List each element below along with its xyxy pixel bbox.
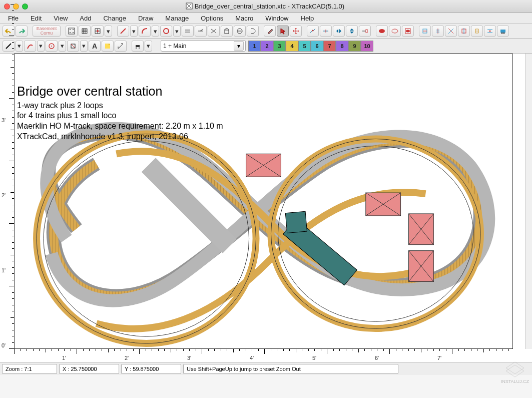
menu-window[interactable]: Window bbox=[260, 14, 293, 23]
trim-icon[interactable] bbox=[359, 26, 371, 37]
benchwork-dropdown[interactable]: ▾ bbox=[145, 41, 152, 52]
svg-rect-17 bbox=[225, 30, 229, 34]
toolbar-secondary: ▾ ▾ ▾ ▾ A ▾ 1 + Main ▾ 12345678910 bbox=[0, 39, 532, 54]
svg-rect-51 bbox=[105, 44, 110, 49]
layer-button-5[interactable]: 5 bbox=[298, 41, 311, 52]
menu-file[interactable]: File bbox=[3, 14, 24, 23]
watermark: INSTALUJ.CZ bbox=[501, 358, 529, 384]
circle-dropdown[interactable]: ▾ bbox=[173, 26, 181, 37]
svg-rect-43 bbox=[500, 30, 505, 33]
layer-buttons: 12345678910 bbox=[248, 41, 373, 52]
menu-manage[interactable]: Manage bbox=[160, 14, 194, 23]
show-grid-icon[interactable] bbox=[79, 26, 91, 37]
describe-icon[interactable] bbox=[376, 26, 388, 37]
layer-button-1[interactable]: 1 bbox=[248, 41, 261, 52]
dimension-icon[interactable] bbox=[115, 41, 127, 52]
svg-rect-68 bbox=[285, 211, 307, 233]
circle-tool-dropdown[interactable]: ▾ bbox=[59, 41, 66, 52]
split-icon[interactable] bbox=[320, 26, 332, 37]
circle-track-icon[interactable] bbox=[160, 26, 172, 37]
svg-rect-29 bbox=[405, 29, 410, 34]
status-y: Y : 59.875000 bbox=[121, 364, 181, 374]
note-tool-icon[interactable] bbox=[102, 41, 114, 52]
redo-icon[interactable] bbox=[16, 26, 28, 37]
menu-view[interactable]: View bbox=[49, 14, 73, 23]
layer-button-8[interactable]: 8 bbox=[336, 41, 348, 52]
zoom-extents-icon[interactable] bbox=[66, 26, 78, 37]
ruler-horizontal: 1'2'3'4'5'6'7' bbox=[14, 349, 513, 362]
circle-tool-icon[interactable] bbox=[46, 41, 58, 52]
structure-icon[interactable] bbox=[221, 26, 233, 37]
tool1-icon[interactable] bbox=[419, 26, 431, 37]
menu-options[interactable]: Options bbox=[196, 14, 228, 23]
tool2-icon[interactable] bbox=[432, 26, 444, 37]
layer-button-10[interactable]: 10 bbox=[361, 41, 373, 52]
menu-add[interactable]: Add bbox=[75, 14, 96, 23]
box-tool-dropdown[interactable]: ▾ bbox=[80, 41, 88, 52]
straight-dropdown[interactable]: ▾ bbox=[130, 26, 138, 37]
curve-dropdown[interactable]: ▾ bbox=[152, 26, 159, 37]
layer-button-3[interactable]: 3 bbox=[273, 41, 286, 52]
snap-grid-icon[interactable] bbox=[92, 26, 104, 37]
layer-button-6[interactable]: 6 bbox=[311, 41, 323, 52]
svg-line-9 bbox=[121, 29, 126, 34]
line-dropdown[interactable]: ▾ bbox=[16, 41, 23, 52]
svg-point-6 bbox=[70, 32, 71, 33]
menu-draw[interactable]: Draw bbox=[133, 14, 158, 23]
curve-tool-dropdown[interactable]: ▾ bbox=[37, 41, 45, 52]
svg-line-37 bbox=[448, 29, 453, 34]
easement-button[interactable]: Easement Cornu bbox=[33, 26, 61, 37]
layer-button-4[interactable]: 4 bbox=[286, 41, 298, 52]
svg-rect-49 bbox=[71, 44, 75, 48]
svg-point-7 bbox=[73, 32, 74, 33]
menu-change[interactable]: Change bbox=[98, 14, 131, 23]
join-icon[interactable] bbox=[307, 26, 319, 37]
menu-edit[interactable]: Edit bbox=[26, 14, 47, 23]
straight-track-icon[interactable] bbox=[117, 26, 129, 37]
benchwork-icon[interactable] bbox=[132, 41, 144, 52]
layer-button-9[interactable]: 9 bbox=[348, 41, 361, 52]
box-tool-icon[interactable] bbox=[67, 41, 79, 52]
menu-bar: File Edit View Add Change Draw Manage Op… bbox=[0, 13, 532, 24]
menu-help[interactable]: Help bbox=[296, 14, 319, 23]
drawing-subtitle-1: 1-way track plus 2 loops bbox=[17, 101, 223, 111]
svg-line-36 bbox=[448, 29, 453, 34]
tool4-icon[interactable] bbox=[458, 26, 470, 37]
handlaid-turnout-icon[interactable] bbox=[208, 26, 220, 37]
modify-icon[interactable] bbox=[264, 26, 276, 37]
select-icon[interactable] bbox=[277, 26, 289, 37]
status-bar: Zoom : 7:1 X : 25.750000 Y : 59.875000 U… bbox=[0, 362, 532, 375]
turnout-icon[interactable] bbox=[195, 26, 207, 37]
svg-point-42 bbox=[489, 31, 491, 32]
move-icon[interactable] bbox=[290, 26, 302, 37]
maximize-icon[interactable] bbox=[22, 4, 28, 10]
canvas-area: 0'1'2'3' bbox=[0, 54, 532, 362]
svg-rect-55 bbox=[136, 45, 140, 47]
elevation-icon[interactable] bbox=[389, 26, 401, 37]
helix-icon[interactable] bbox=[247, 26, 259, 37]
train-icon[interactable] bbox=[497, 26, 509, 37]
layer-button-2[interactable]: 2 bbox=[261, 41, 273, 52]
curve-track-icon[interactable] bbox=[139, 26, 151, 37]
layer-combo[interactable]: 1 + Main ▾ bbox=[161, 40, 246, 52]
snap-dropdown[interactable]: ▾ bbox=[105, 26, 112, 37]
text-tool-icon[interactable]: A bbox=[89, 41, 101, 52]
drawing-canvas[interactable]: Bridge over central station 1-way track … bbox=[14, 54, 513, 349]
menu-macro[interactable]: Macro bbox=[230, 14, 258, 23]
flip-v-icon[interactable] bbox=[346, 26, 358, 37]
scrollbar-vertical[interactable] bbox=[525, 54, 532, 349]
tool6-icon[interactable] bbox=[484, 26, 496, 37]
layer-button-7[interactable]: 7 bbox=[323, 41, 336, 52]
turntable-icon[interactable] bbox=[234, 26, 246, 37]
flip-h-icon[interactable] bbox=[333, 26, 345, 37]
tool5-icon[interactable] bbox=[471, 26, 483, 37]
undo-icon[interactable] bbox=[3, 26, 15, 37]
parallel-icon[interactable] bbox=[182, 26, 194, 37]
curve-tool-icon[interactable] bbox=[24, 41, 36, 52]
profile-icon[interactable] bbox=[402, 26, 414, 37]
svg-point-8 bbox=[97, 30, 99, 32]
chevron-down-icon[interactable]: ▾ bbox=[234, 41, 244, 51]
close-icon[interactable] bbox=[4, 4, 10, 10]
status-zoom: Zoom : 7:1 bbox=[2, 364, 57, 374]
tool3-icon[interactable] bbox=[445, 26, 457, 37]
